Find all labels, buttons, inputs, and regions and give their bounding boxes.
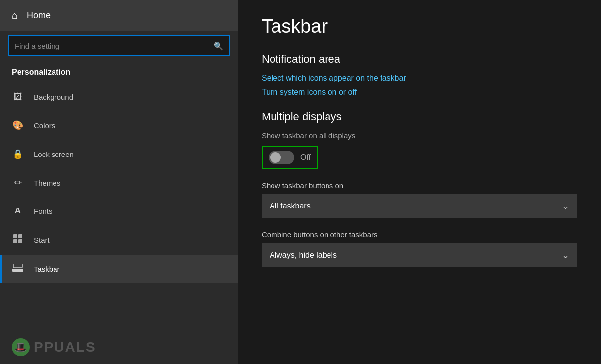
lock-screen-icon: 🔒	[12, 149, 24, 159]
watermark-text: PPUALS	[34, 339, 96, 355]
turn-system-icons-link[interactable]: Turn system icons on or off	[262, 88, 577, 97]
sidebar-item-lock-screen[interactable]: 🔒 Lock screen	[0, 140, 238, 168]
sidebar-item-colors[interactable]: 🎨 Colors	[0, 111, 238, 140]
select-icons-link[interactable]: Select which icons appear on the taskbar	[262, 74, 577, 83]
sidebar-item-background[interactable]: 🖼 Background	[0, 83, 238, 111]
svg-rect-5	[13, 264, 22, 268]
sidebar-item-fonts[interactable]: A Fonts	[0, 197, 238, 225]
sidebar-item-taskbar[interactable]: Taskbar	[0, 255, 238, 283]
sidebar-item-start[interactable]: Start	[0, 225, 238, 255]
svg-rect-0	[13, 234, 17, 238]
sidebar-home[interactable]: ⌂ Home	[0, 0, 238, 31]
search-icon[interactable]: 🔍	[208, 35, 229, 56]
toggle-state-label: Off	[300, 153, 311, 162]
themes-icon: ✏	[12, 177, 24, 188]
taskbar-buttons-value: All taskbars	[270, 202, 311, 210]
combine-buttons-section: Combine buttons on other taskbars Always…	[262, 230, 577, 267]
sidebar-item-colors-label: Colors	[34, 121, 55, 130]
search-input[interactable]	[9, 42, 208, 50]
colors-icon: 🎨	[12, 120, 24, 131]
nav-items: 🖼 Background 🎨 Colors 🔒 Lock screen ✏ Th…	[0, 83, 238, 330]
notification-area-title: Notification area	[262, 53, 577, 66]
svg-rect-1	[18, 234, 22, 238]
svg-rect-4	[12, 269, 23, 272]
main-content: Taskbar Notification area Select which i…	[238, 0, 601, 364]
start-icon	[12, 234, 24, 246]
show-buttons-section: Show taskbar buttons on All taskbars ⌄	[262, 181, 577, 218]
sidebar-item-taskbar-label: Taskbar	[34, 265, 60, 273]
dropdown2-arrow: ⌄	[562, 250, 569, 260]
fonts-icon: A	[12, 206, 24, 216]
show-buttons-label: Show taskbar buttons on	[262, 181, 577, 190]
home-label: Home	[27, 10, 51, 21]
page-title: Taskbar	[262, 16, 577, 37]
show-taskbar-label: Show taskbar on all displays	[262, 131, 577, 140]
watermark: 🎩 PPUALS	[0, 330, 238, 364]
search-container: 🔍	[0, 31, 238, 64]
dropdown1-arrow: ⌄	[562, 201, 569, 211]
multiple-displays-title: Multiple displays	[262, 110, 577, 123]
show-taskbar-toggle[interactable]	[269, 151, 294, 164]
svg-rect-2	[13, 239, 17, 243]
toggle-knob	[270, 152, 281, 163]
personalization-label: Personalization	[0, 64, 238, 83]
sidebar-item-start-label: Start	[34, 236, 50, 244]
sidebar-item-lock-screen-label: Lock screen	[34, 150, 74, 158]
watermark-icon: 🎩	[12, 338, 30, 356]
sidebar: ⌂ Home 🔍 Personalization 🖼 Background 🎨 …	[0, 0, 238, 364]
combine-buttons-label: Combine buttons on other taskbars	[262, 230, 577, 239]
taskbar-icon	[12, 264, 24, 274]
combine-buttons-dropdown[interactable]: Always, hide labels ⌄	[262, 243, 577, 267]
background-icon: 🖼	[12, 92, 24, 102]
sidebar-item-themes-label: Themes	[34, 179, 60, 187]
sidebar-item-fonts-label: Fonts	[34, 207, 53, 215]
home-icon: ⌂	[12, 10, 18, 21]
toggle-highlight-box: Off	[262, 146, 318, 169]
svg-rect-3	[18, 239, 22, 243]
taskbar-buttons-dropdown[interactable]: All taskbars ⌄	[262, 194, 577, 218]
sidebar-item-background-label: Background	[34, 93, 73, 101]
search-box: 🔍	[8, 35, 230, 56]
combine-buttons-value: Always, hide labels	[270, 251, 337, 260]
sidebar-item-themes[interactable]: ✏ Themes	[0, 168, 238, 197]
